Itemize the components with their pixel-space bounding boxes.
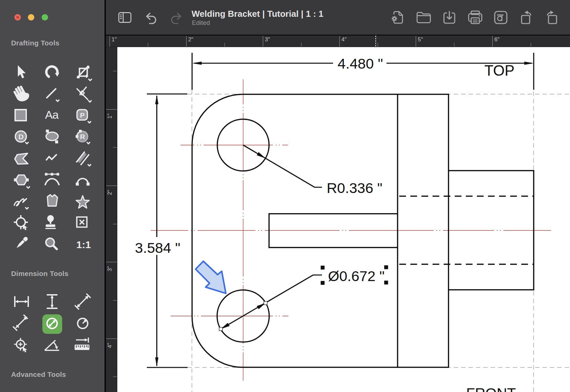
svg-text:TOP: TOP	[484, 62, 515, 79]
svg-text:Ø0.672 ": Ø0.672 "	[328, 268, 384, 284]
svg-text:Aa: Aa	[45, 108, 59, 121]
svg-text:1:1: 1:1	[76, 239, 91, 250]
svg-text:R: R	[80, 133, 85, 141]
svg-text:FRONT: FRONT	[466, 385, 516, 392]
svg-text:R0.336 ": R0.336 "	[327, 180, 382, 196]
svg-text:D: D	[18, 133, 24, 141]
svg-text:3.584 ": 3.584 "	[135, 240, 180, 256]
svg-text:P: P	[80, 111, 85, 119]
svg-text:4.480 ": 4.480 "	[338, 55, 383, 72]
